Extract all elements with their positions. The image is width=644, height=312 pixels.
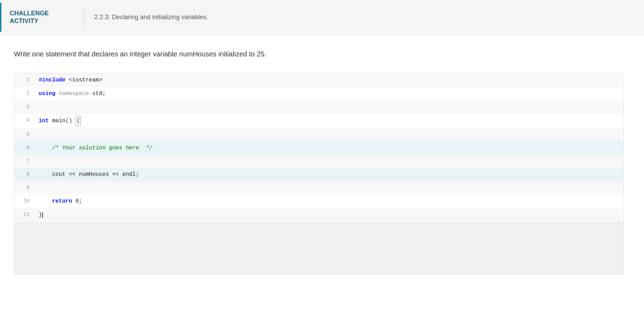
code-line-6[interactable]: 6 /* Your solution goes here */ <box>14 141 623 155</box>
challenge-header: CHALLENGEACTIVITY 2.2.3: Declaring and i… <box>0 0 644 35</box>
line-number-5: 5 <box>14 128 35 141</box>
code-line-8[interactable]: 8 cout << numHouses << endl; <box>14 168 623 181</box>
line-content-2: using namespace std; <box>35 87 623 101</box>
line-content-6: /* Your solution goes here */ <box>35 141 623 155</box>
line-number-6: 6 <box>14 141 35 155</box>
line-number-8: 8 <box>14 168 35 181</box>
line-content-4: int main() { <box>35 114 623 128</box>
line-number-7: 7 <box>14 155 35 168</box>
code-line-2[interactable]: 2 using namespace std; <box>14 87 623 101</box>
code-line-9[interactable]: 9 <box>14 181 623 195</box>
code-line-11[interactable]: 11 } <box>14 208 623 222</box>
line-content-9 <box>35 181 623 186</box>
problem-statement: Write one statement that declares an int… <box>14 49 630 59</box>
header-divider <box>84 7 84 28</box>
code-line-1[interactable]: 1 #include <iostream> <box>14 73 623 87</box>
code-line-7[interactable]: 7 <box>14 155 623 168</box>
challenge-label: CHALLENGEACTIVITY <box>0 3 80 32</box>
code-line-3[interactable]: 3 <box>14 101 623 114</box>
code-line-4[interactable]: 4 int main() { <box>14 114 623 128</box>
line-number-11: 11 <box>14 208 35 221</box>
line-number-1: 1 <box>14 73 35 87</box>
line-number-3: 3 <box>14 101 35 114</box>
code-line-10[interactable]: 10 return 0; <box>14 195 623 208</box>
challenge-subtitle: 2.2.3: Declaring and initializing variab… <box>87 14 208 21</box>
line-number-2: 2 <box>14 87 35 100</box>
line-number-10: 10 <box>14 195 35 208</box>
line-number-9: 9 <box>14 181 35 195</box>
code-bottom-area <box>14 222 623 274</box>
line-content-1: #include <iostream> <box>35 73 623 87</box>
line-number-4: 4 <box>14 114 35 127</box>
line-content-5 <box>35 128 623 132</box>
line-content-8: cout << numHouses << endl; <box>35 168 623 181</box>
challenge-title: CHALLENGEACTIVITY <box>10 10 49 25</box>
line-content-10: return 0; <box>35 195 623 208</box>
line-content-3 <box>35 101 623 105</box>
code-editor[interactable]: 1 #include <iostream> 2 using namespace … <box>14 73 624 274</box>
line-content-11: } <box>35 208 623 222</box>
main-content: Write one statement that declares an int… <box>0 35 644 288</box>
line-content-7 <box>35 155 623 159</box>
code-line-5[interactable]: 5 <box>14 128 623 141</box>
